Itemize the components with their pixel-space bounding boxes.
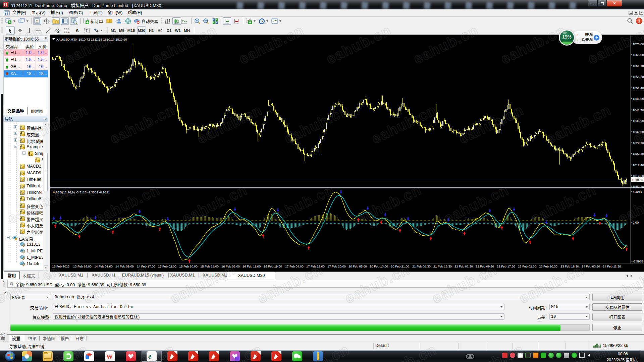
svg-text:1870.80: 1870.80 [633, 43, 644, 46]
svg-text:1856.30: 1856.30 [633, 75, 644, 79]
svg-text:16 Feb 19:00: 16 Feb 19:00 [264, 265, 282, 268]
svg-text:15 Feb 18:00: 15 Feb 18:00 [200, 265, 219, 268]
svg-text:17 Feb 12:00: 17 Feb 12:00 [306, 265, 325, 268]
svg-text:MACD(12,26,9) -3.3123 -2.3502: MACD(12,26,9) -3.3123 -2.3502 -0.9621 [53, 190, 110, 194]
svg-text:0.00: 0.00 [633, 221, 639, 224]
svg-text:22 Feb 09:30: 22 Feb 09:30 [476, 265, 494, 268]
svg-text:1807.70: 1807.70 [633, 185, 644, 189]
svg-text:1866.00: 1866.00 [633, 53, 644, 57]
svg-text:XAUUSD,M30 1810.72 1811.58 18: XAUUSD,M30 1810.72 1811.58 1810.17 1810.… [56, 38, 127, 41]
svg-text:15 Feb 02:00: 15 Feb 02:00 [158, 265, 176, 268]
svg-text:1827.10: 1827.10 [633, 141, 644, 145]
svg-text:22 Feb 01:30: 22 Feb 01:30 [454, 265, 473, 268]
svg-text:1832.00: 1832.00 [633, 130, 644, 134]
svg-text:17 Feb 04:00: 17 Feb 04:00 [285, 265, 304, 268]
svg-text:1817.40: 1817.40 [633, 164, 644, 167]
svg-text:17 Feb 20:00: 17 Feb 20:00 [327, 265, 346, 268]
svg-text:13 Feb 16:00: 13 Feb 16:00 [73, 265, 92, 268]
svg-text:1822.30: 1822.30 [633, 152, 644, 156]
svg-text:1841.70: 1841.70 [633, 109, 644, 112]
svg-text:1846.60: 1846.60 [633, 97, 644, 101]
svg-text:24 Feb 11:30: 24 Feb 11:30 [603, 265, 621, 268]
svg-text:21 Feb 16:30: 21 Feb 16:30 [433, 265, 452, 268]
svg-text:14 Feb 17:00: 14 Feb 17:00 [137, 265, 155, 268]
svg-text:20 Feb 05:00: 20 Feb 05:00 [348, 265, 367, 268]
svg-text:24 Feb 03:30: 24 Feb 03:30 [582, 265, 600, 268]
svg-text:13 Feb 2023: 13 Feb 2023 [52, 265, 69, 268]
svg-text:15 Feb 10:00: 15 Feb 10:00 [179, 265, 198, 268]
svg-text:-5.5985: -5.5985 [633, 260, 643, 263]
svg-text:20 Feb 21:00: 20 Feb 21:00 [391, 265, 409, 268]
svg-text:23 Feb 02:30: 23 Feb 02:30 [518, 265, 536, 268]
svg-text:20 Feb 13:00: 20 Feb 13:00 [370, 265, 388, 268]
svg-text:1861.10: 1861.10 [633, 64, 644, 68]
svg-text:16 Feb 11:00: 16 Feb 11:00 [243, 265, 261, 268]
svg-text:21 Feb 08:30: 21 Feb 08:30 [412, 265, 431, 268]
svg-text:14 Feb 09:00: 14 Feb 09:00 [115, 265, 134, 268]
svg-text:1810.90: 1810.90 [632, 178, 643, 182]
svg-text:14 Feb 01:00: 14 Feb 01:00 [94, 265, 113, 268]
svg-text:1812.60: 1812.60 [633, 174, 644, 178]
svg-text:22 Feb 17:30: 22 Feb 17:30 [497, 265, 515, 268]
svg-text:4.3986: 4.3986 [633, 190, 642, 193]
svg-text:1851.40: 1851.40 [633, 86, 644, 90]
svg-text:1836.90: 1836.90 [633, 119, 644, 123]
svg-text:23 Feb 18:30: 23 Feb 18:30 [560, 265, 579, 268]
svg-text:16 Feb 03:00: 16 Feb 03:00 [221, 265, 240, 268]
svg-text:23 Feb 10:30: 23 Feb 10:30 [539, 265, 557, 268]
